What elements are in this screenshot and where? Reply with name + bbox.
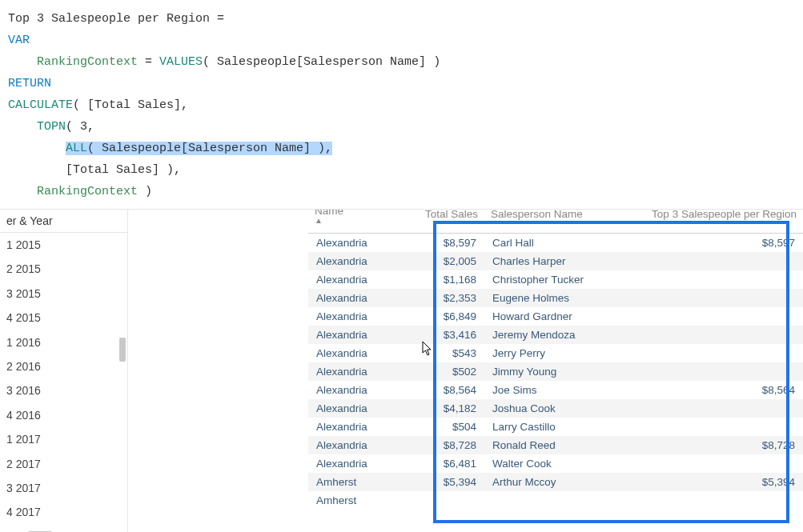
table-cell[interactable]: [628, 454, 803, 473]
slicer-item[interactable]: 1 2015: [0, 233, 127, 257]
table-cell[interactable]: Alexandria: [308, 289, 404, 307]
slicer-item[interactable]: 3 2016: [0, 378, 127, 402]
slicer-list[interactable]: 1 20152 20153 20154 20151 20162 20163 20…: [0, 233, 127, 525]
table-cell[interactable]: $543: [404, 344, 484, 362]
slicer-item[interactable]: 2 2016: [0, 354, 127, 378]
vertical-scrollbar[interactable]: [119, 210, 126, 525]
table-cell[interactable]: Alexandria: [308, 344, 404, 362]
table-cell[interactable]: $8,597: [628, 234, 803, 253]
table-cell[interactable]: Alexandria: [308, 418, 404, 436]
table-cell[interactable]: Alexandria: [308, 454, 404, 473]
table-cell[interactable]: Alexandria: [308, 362, 404, 381]
table-cell[interactable]: Jerry Perry: [484, 344, 628, 362]
slicer-item[interactable]: 1 2017: [0, 427, 127, 451]
table-cell[interactable]: $4,182: [404, 399, 484, 418]
table-cell[interactable]: $5,394: [404, 473, 484, 491]
table-cell[interactable]: Howard Gardner: [484, 307, 628, 326]
table-row[interactable]: Alexandria$543Jerry Perry: [308, 344, 803, 362]
table-cell[interactable]: $6,481: [404, 454, 484, 473]
table-cell[interactable]: [628, 326, 803, 344]
table-cell[interactable]: $3,416: [404, 326, 484, 344]
table-cell[interactable]: [628, 362, 803, 381]
table-cell[interactable]: Ronald Reed: [484, 436, 628, 454]
slicer-item[interactable]: 2 2015: [0, 257, 127, 281]
table-cell[interactable]: Jimmy Young: [484, 362, 628, 381]
table-row[interactable]: Alexandria$4,182Joshua Cook: [308, 399, 803, 418]
table-cell[interactable]: Amherst: [308, 473, 404, 491]
table-cell[interactable]: Alexandria: [308, 307, 404, 326]
data-table-visual[interactable]: Name▲ Total Sales Salesperson Name Top 3…: [308, 210, 803, 532]
spacer: [128, 210, 308, 532]
table-cell[interactable]: Carl Hall: [484, 234, 628, 253]
table-cell[interactable]: $2,353: [404, 289, 484, 307]
table-cell[interactable]: $8,564: [404, 381, 484, 399]
table-cell[interactable]: Amherst: [308, 491, 404, 510]
table-row[interactable]: Alexandria$2,353Eugene Holmes: [308, 289, 803, 307]
slicer-item[interactable]: 3 2015: [0, 282, 127, 306]
table-cell[interactable]: Alexandria: [308, 399, 404, 418]
slicer-item[interactable]: 4 2017: [0, 500, 127, 524]
table-cell[interactable]: [628, 289, 803, 307]
slicer-item[interactable]: 2 2017: [0, 452, 127, 476]
slicer-item[interactable]: 1 2016: [0, 330, 127, 354]
table-row[interactable]: Alexandria$1,168Christopher Tucker: [308, 270, 803, 289]
table-cell[interactable]: Charles Harper: [484, 252, 628, 270]
table-cell[interactable]: $502: [404, 362, 484, 381]
table-cell[interactable]: [628, 270, 803, 289]
table-cell[interactable]: $8,597: [404, 234, 484, 253]
table-cell[interactable]: $8,728: [404, 436, 484, 454]
table-row[interactable]: Alexandria$8,728Ronald Reed$8,728: [308, 436, 803, 454]
table-cell[interactable]: Eugene Holmes: [484, 289, 628, 307]
table-row[interactable]: Alexandria$8,564Joe Sims$8,564: [308, 381, 803, 399]
var-reference: RankingContext: [37, 185, 138, 198]
table-row[interactable]: Alexandria$504Larry Castillo: [308, 418, 803, 436]
table-row[interactable]: Amherst: [308, 491, 803, 510]
table-cell[interactable]: Joshua Cook: [484, 399, 628, 418]
column-header-name[interactable]: Name▲: [308, 210, 404, 229]
table-cell[interactable]: Walter Cook: [484, 454, 628, 473]
formula-editor[interactable]: Top 3 Salespeople per Region = VAR Ranki…: [0, 0, 803, 209]
slicer-panel[interactable]: er & Year 1 20152 20153 20154 20151 2016…: [0, 210, 128, 532]
slicer-item[interactable]: 3 2017: [0, 476, 127, 500]
table-cell[interactable]: [628, 307, 803, 326]
table-cell[interactable]: Jeremy Mendoza: [484, 326, 628, 344]
table-cell[interactable]: Arthur Mccoy: [484, 473, 628, 491]
table-cell[interactable]: [628, 344, 803, 362]
slicer-item[interactable]: 4 2015: [0, 306, 127, 330]
table-cell[interactable]: Joe Sims: [484, 381, 628, 399]
table-row[interactable]: Alexandria$6,481Walter Cook: [308, 454, 803, 473]
column-header-total-sales[interactable]: Total Sales: [404, 210, 484, 229]
table-cell[interactable]: [628, 491, 803, 510]
data-table[interactable]: Name▲ Total Sales Salesperson Name Top 3…: [308, 210, 803, 510]
table-row[interactable]: Alexandria$6,849Howard Gardner: [308, 307, 803, 326]
table-cell[interactable]: Alexandria: [308, 381, 404, 399]
column-header-top3[interactable]: Top 3 Salespeople per Region: [628, 210, 803, 229]
table-cell[interactable]: $1,168: [404, 270, 484, 289]
table-cell[interactable]: [484, 491, 628, 510]
table-cell[interactable]: Christopher Tucker: [484, 270, 628, 289]
slicer-item[interactable]: 4 2016: [0, 403, 127, 427]
vertical-scrollbar-thumb[interactable]: [119, 338, 126, 362]
table-cell[interactable]: Alexandria: [308, 252, 404, 270]
table-cell[interactable]: $2,005: [404, 252, 484, 270]
table-cell[interactable]: Alexandria: [308, 270, 404, 289]
table-cell[interactable]: Alexandria: [308, 234, 404, 253]
table-row[interactable]: Alexandria$502Jimmy Young: [308, 362, 803, 381]
table-cell[interactable]: Alexandria: [308, 436, 404, 454]
table-cell[interactable]: [628, 399, 803, 418]
table-cell[interactable]: $6,849: [404, 307, 484, 326]
table-cell[interactable]: $5,394: [628, 473, 803, 491]
table-cell[interactable]: Larry Castillo: [484, 418, 628, 436]
table-row[interactable]: Alexandria$8,597Carl Hall$8,597: [308, 234, 803, 253]
column-header-salesperson[interactable]: Salesperson Name: [484, 210, 628, 229]
table-cell[interactable]: [628, 418, 803, 436]
table-row[interactable]: Alexandria$2,005Charles Harper: [308, 252, 803, 270]
table-cell[interactable]: [404, 491, 484, 510]
table-row[interactable]: Alexandria$3,416Jeremy Mendoza: [308, 326, 803, 344]
table-cell[interactable]: Alexandria: [308, 326, 404, 344]
table-cell[interactable]: $504: [404, 418, 484, 436]
table-cell[interactable]: [628, 252, 803, 270]
table-cell[interactable]: $8,564: [628, 381, 803, 399]
table-cell[interactable]: $8,728: [628, 436, 803, 454]
table-row[interactable]: Amherst$5,394Arthur Mccoy$5,394: [308, 473, 803, 491]
